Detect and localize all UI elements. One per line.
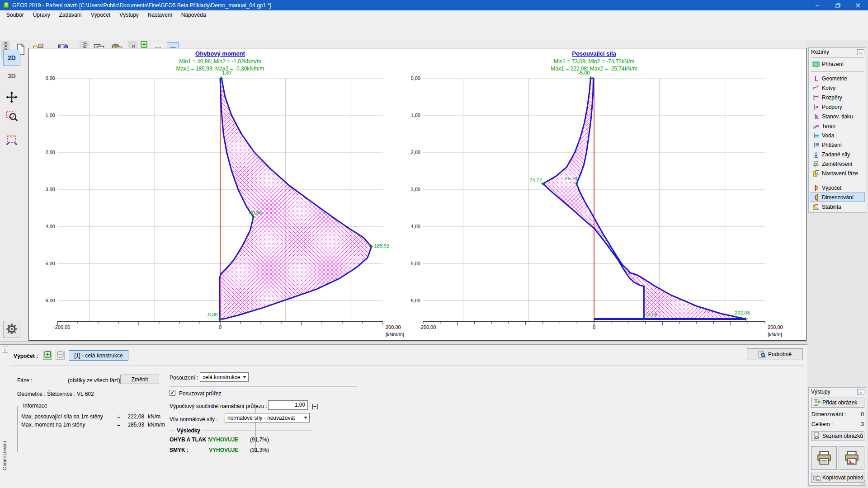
y-tick-label: 5,00 [46, 261, 55, 266]
mode-item[interactable]: Stanov. tlaku [810, 112, 865, 121]
normal-force-dropdown[interactable]: normálové síly - neuvažovat [225, 413, 310, 422]
annotation-label: 185,93 [374, 243, 390, 249]
y-tick-label: 0,00 [411, 75, 420, 81]
mode-item[interactable]: Geometrie [810, 74, 865, 83]
envelope-area [219, 78, 371, 319]
results-group-header: Výsledky [170, 427, 312, 434]
analysis-icon [812, 184, 820, 192]
pressure-icon [812, 113, 820, 120]
modes-list: Přiřazení Geometrie Kotvy Rozpěry Podpor… [809, 56, 866, 213]
window-minimize-button[interactable] [807, 0, 827, 10]
window-close-button[interactable] [848, 0, 868, 10]
resize-grip[interactable] [860, 479, 866, 485]
envelope-area [543, 78, 746, 319]
mode-item[interactable]: Přiřazení [810, 59, 865, 69]
view-2d-button[interactable]: 2D [3, 50, 20, 66]
anchors-icon [812, 84, 820, 92]
outputs-minimize-button[interactable] [857, 389, 864, 395]
coef-input[interactable]: 1,00 [268, 400, 308, 410]
chart-minmax-line: Max1 = 222,08; Max2 = -25,74kN/m [551, 66, 637, 72]
info-row: Max. posouvající síla na 1m stěny = 222,… [18, 413, 255, 421]
phase-label: Fáze : [17, 377, 32, 384]
change-button[interactable]: Změnit [120, 375, 159, 384]
y-tick-label: 0,00 [46, 75, 55, 81]
annotation-label: 222,08 [735, 310, 750, 315]
drawing-canvas[interactable]: -200,000200,00[kNm/m]0,001,002,003,004,0… [28, 48, 807, 341]
geo5-window: { "window": { "title": "GEO5 2019 - Paže… [0, 0, 868, 488]
details-button[interactable]: Podrobně [747, 348, 803, 360]
title-bar: GEO5 2019 - Pažení návrh [C:\Users\Publi… [0, 0, 868, 10]
outputs-count-row: Dimenzování : 0 [811, 411, 864, 419]
mode-item[interactable]: Kotvy [810, 83, 865, 93]
menu-item[interactable]: Výstupy [115, 10, 143, 20]
window-title: GEO5 2019 - Pažení návrh [C:\Users\Publi… [12, 2, 271, 9]
geometry-line: Geometrie : Štětovnice : VL 602 [17, 391, 94, 397]
earthquake-icon [812, 160, 820, 168]
assessment-dropdown[interactable]: celá konstrukce [200, 372, 249, 382]
gear-icon [6, 323, 18, 336]
picture-list-button[interactable]: Seznam obrázků [811, 431, 864, 441]
y-tick-label: 6,00 [46, 298, 55, 303]
y-tick-label: 4,00 [411, 224, 420, 229]
mode-item[interactable]: Výpočet [810, 183, 865, 192]
mode-item[interactable]: 2 Nastavení fáze [810, 169, 865, 178]
print-icon [816, 450, 832, 467]
zoom-button[interactable] [3, 108, 20, 125]
add-picture-button[interactable]: Přidat obrázek [811, 398, 864, 408]
analysis-tab[interactable]: [1] - celá konstrukce [69, 350, 128, 361]
copy-view-icon [813, 474, 821, 481]
mode-item[interactable]: Podpory [810, 102, 865, 112]
mode-item[interactable]: Terén [810, 121, 865, 131]
coef-label: Výpočtový součinitel namáhání průřezu : [170, 403, 267, 409]
pan-button[interactable] [3, 89, 20, 106]
mode-item[interactable]: Stabilita [810, 202, 865, 211]
y-tick-label: 6,00 [411, 298, 420, 303]
menu-item[interactable]: Výpočet [86, 10, 115, 20]
mode-item[interactable]: Dimenzování [810, 192, 865, 202]
chart-title: Posouvající síla [572, 50, 616, 57]
print-button[interactable] [811, 446, 837, 470]
menu-item[interactable]: Zadávání [55, 10, 86, 20]
struts-icon [812, 94, 820, 101]
view-3d-button[interactable]: 3D [3, 68, 20, 84]
dimensioning-panel: I Dimenzování Výpočet : [1] - celá konst… [0, 344, 807, 488]
mode-item[interactable]: Zemětřesení [810, 159, 865, 169]
y-tick-label: 5,00 [411, 261, 420, 266]
zoom-window-button[interactable] [3, 132, 20, 148]
picture-list-icon [813, 432, 821, 440]
settings-gear-button[interactable] [3, 321, 20, 338]
charts-svg: -200,000200,00[kNm/m]0,001,002,003,004,0… [29, 48, 806, 340]
axis-unit-label: [kNm/m] [386, 332, 404, 337]
copy-view-button[interactable]: Kopírovat pohled [811, 473, 864, 483]
menu-item[interactable]: Soubor [2, 10, 28, 20]
mode-item[interactable]: Rozpěry [810, 93, 865, 102]
menu-item[interactable]: Nastavení [143, 10, 177, 20]
annotation-label: 73,09 [645, 312, 657, 317]
panel-info-button[interactable]: I [2, 347, 8, 353]
menu-item[interactable]: Úpravy [28, 10, 55, 20]
modes-minimize-button[interactable] [857, 49, 864, 55]
menu-item[interactable]: Nápověda [177, 10, 211, 20]
window-restore-button[interactable] [827, 0, 848, 10]
chart-title: Ohybový moment [195, 50, 245, 57]
assignment-icon [812, 61, 820, 68]
y-tick-label: 2,00 [411, 150, 420, 155]
mode-item[interactable]: Zadané síly [810, 150, 865, 159]
print-preview-button[interactable] [839, 446, 864, 470]
detail-icon [758, 351, 766, 358]
annotation-cross [744, 317, 748, 321]
forces-icon [812, 151, 820, 158]
panel-splitter[interactable] [0, 341, 807, 344]
remove-analysis-button[interactable] [56, 351, 65, 360]
check-section-checkbox[interactable]: ✓ [170, 390, 175, 396]
annotation-label: -0,88 [206, 312, 217, 317]
add-analysis-button[interactable] [43, 351, 52, 360]
y-tick-label: 2,00 [46, 150, 55, 155]
y-tick-label: 3,00 [46, 187, 55, 192]
stability-icon [812, 203, 820, 211]
assessment-label: Posouzení : [170, 375, 198, 381]
mode-item[interactable]: Přitížení [810, 140, 865, 150]
outputs-panel: Výstupy Přidat obrázek Dimenzování : 0 C… [808, 387, 866, 486]
mode-item[interactable]: Voda [810, 131, 865, 140]
modes-panel-title: Režimy [811, 49, 829, 55]
